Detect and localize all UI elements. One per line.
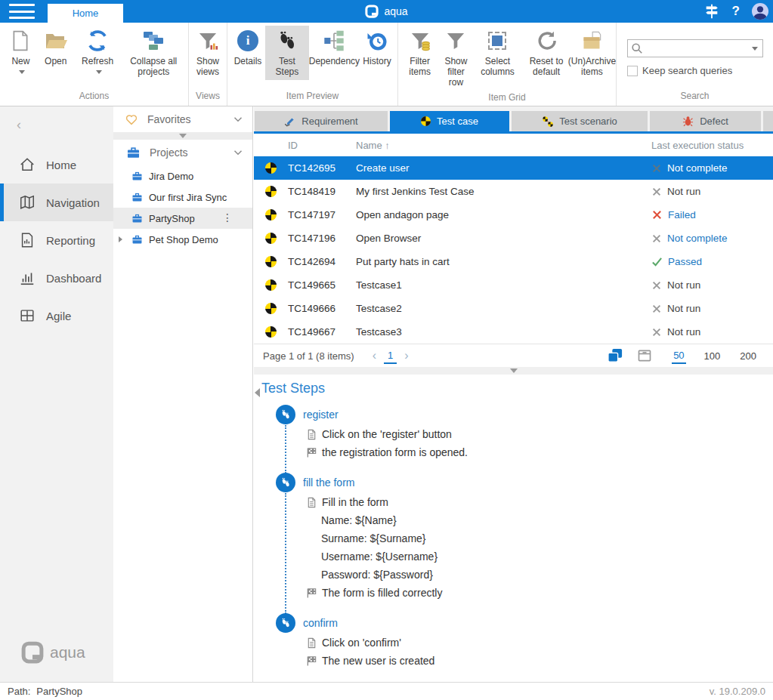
- row-status[interactable]: Not complete: [651, 233, 773, 244]
- select-columns-button[interactable]: Select columns: [474, 26, 522, 80]
- tab-defect[interactable]: Defect: [650, 111, 761, 131]
- kebab-menu-icon[interactable]: ⋮: [222, 211, 233, 224]
- not-run-icon: [651, 187, 662, 197]
- signpost-icon[interactable]: [703, 3, 720, 20]
- table-row[interactable]: TC147196 Open Browser Not complete: [254, 227, 773, 250]
- step-footprints-icon: [276, 473, 295, 492]
- tree-item-our-first-jira-sync[interactable]: Our first Jira Sync: [113, 187, 252, 208]
- collapse-all-projects-button[interactable]: Collapse all projects: [122, 26, 185, 80]
- unarchive-items-button[interactable]: (Un)Archive items: [571, 26, 613, 80]
- sidebar-item-navigation[interactable]: Navigation: [0, 183, 113, 221]
- column-header-status[interactable]: Last execution status: [651, 140, 773, 151]
- table-row[interactable]: TC148419 My first Jenkins Test Case Not …: [254, 180, 773, 203]
- expand-arrow-icon[interactable]: [119, 236, 122, 242]
- tab-overflow-sliver: [763, 111, 773, 131]
- tree-splitter-handle[interactable]: [113, 132, 252, 140]
- search-dropdown-caret[interactable]: [752, 47, 758, 51]
- archive-box-icon: [580, 29, 604, 53]
- projects-header[interactable]: Projects: [113, 140, 252, 165]
- archive-grid-icon[interactable]: [637, 348, 652, 363]
- step-parameter: Username: ${Username}: [261, 547, 773, 566]
- page-size-200[interactable]: 200: [738, 349, 758, 363]
- chevron-down-icon[interactable]: [231, 146, 245, 159]
- home-ribbon-tab[interactable]: Home: [48, 4, 123, 23]
- keep-search-queries-checkbox[interactable]: [627, 66, 638, 76]
- row-status[interactable]: Not run: [651, 279, 773, 291]
- history-button[interactable]: History: [360, 26, 394, 69]
- dependency-button[interactable]: Dependency: [309, 26, 360, 69]
- column-header-id[interactable]: ID: [288, 140, 356, 151]
- refresh-label: Refresh: [82, 56, 113, 66]
- page-size-100[interactable]: 100: [703, 349, 722, 363]
- search-input[interactable]: [646, 40, 744, 57]
- tab-test-case[interactable]: Test case: [390, 111, 509, 131]
- status-text: Not run: [667, 279, 700, 291]
- step-name[interactable]: confirm: [303, 617, 338, 629]
- page-number[interactable]: 1: [384, 348, 397, 364]
- sidebar-item-home[interactable]: Home: [0, 146, 113, 183]
- show-views-button[interactable]: Show views: [192, 26, 224, 80]
- table-row[interactable]: TC147197 Open andagon page Failed: [254, 203, 773, 227]
- hamburger-menu-icon[interactable]: [9, 4, 35, 19]
- favorites-header[interactable]: Favorites: [113, 106, 252, 132]
- row-name: Put party hats in cart: [356, 256, 651, 267]
- row-name: Open Browser: [356, 233, 651, 244]
- show-filter-row-button[interactable]: Show filter row: [438, 26, 473, 91]
- sidebar-item-dashboard[interactable]: Dashboard: [0, 259, 113, 297]
- panel-collapse-left-icon[interactable]: [255, 388, 260, 397]
- tree-item-pet-shop-demo[interactable]: Pet Shop Demo: [113, 229, 252, 250]
- column-name-text: Name: [356, 140, 382, 151]
- previous-page-icon[interactable]: ‹: [365, 349, 384, 362]
- page-size-50[interactable]: 50: [672, 348, 685, 364]
- panel-splitter-handle[interactable]: [254, 367, 773, 375]
- row-status[interactable]: Failed: [651, 209, 773, 220]
- filter-items-button[interactable]: Filter items: [401, 26, 438, 80]
- table-row[interactable]: TC149667 Testcase3 Not run: [254, 320, 773, 344]
- step-parameter-text: Username: ${Username}: [321, 550, 438, 563]
- test-steps-button[interactable]: Test Steps: [265, 26, 309, 80]
- row-status[interactable]: Not complete: [651, 162, 773, 174]
- row-status[interactable]: Passed: [651, 256, 773, 267]
- group-label-views: Views: [189, 89, 227, 106]
- open-button[interactable]: Open: [39, 26, 73, 69]
- copy-pages-icon[interactable]: [607, 348, 623, 363]
- table-row[interactable]: TC149666 Testcase2 Not run: [254, 297, 773, 320]
- details-button[interactable]: i Details: [230, 26, 265, 69]
- table-row[interactable]: TC142695 Create user Not complete: [254, 156, 773, 180]
- sidebar-item-reporting[interactable]: Reporting: [0, 221, 113, 259]
- column-header-name[interactable]: Name ↑: [356, 140, 651, 151]
- table-row[interactable]: TC142694 Put party hats in cart Passed: [254, 250, 773, 273]
- grid-header: ID Name ↑ Last execution status: [254, 134, 773, 156]
- tab-requirement[interactable]: Requirement: [255, 111, 388, 131]
- sidebar-collapse-icon[interactable]: ‹: [17, 117, 21, 133]
- sidebar-item-agile[interactable]: Agile: [0, 297, 113, 335]
- chevron-down-icon[interactable]: [231, 113, 245, 126]
- row-id: TC149667: [288, 326, 356, 338]
- reset-to-default-button[interactable]: Reset to default: [521, 26, 570, 80]
- details-label: Details: [234, 56, 262, 66]
- tree-item-jira-demo[interactable]: Jira Demo: [113, 165, 252, 187]
- next-page-icon[interactable]: ›: [397, 349, 416, 362]
- table-row[interactable]: TC149665 Testcase1 Not run: [254, 273, 773, 297]
- row-status[interactable]: Not run: [651, 303, 773, 314]
- heart-icon: [125, 113, 138, 126]
- row-name: Testcase3: [356, 326, 651, 338]
- avatar[interactable]: [752, 3, 768, 20]
- aqua-footer-logo: aqua: [21, 641, 85, 664]
- row-status[interactable]: Not run: [651, 326, 773, 338]
- step-action-text: Click on 'confirm': [322, 637, 401, 649]
- new-button[interactable]: New: [3, 26, 39, 80]
- step-name[interactable]: register: [303, 409, 339, 421]
- help-icon[interactable]: ?: [732, 4, 740, 19]
- step-name[interactable]: fill the form: [303, 476, 354, 489]
- row-status[interactable]: Not run: [651, 186, 773, 197]
- test-case-icon: [265, 162, 277, 174]
- tab-test-scenario[interactable]: Test scenario: [512, 111, 648, 131]
- version-label: v. 19.0.209.0: [710, 686, 765, 697]
- step-action-text: Fill in the form: [322, 496, 388, 508]
- passed-icon: [651, 256, 663, 267]
- tree-item-partyshop[interactable]: PartyShop ⋮: [113, 208, 252, 229]
- tab-test-scenario-label: Test scenario: [559, 116, 617, 127]
- refresh-button[interactable]: Refresh: [73, 26, 122, 80]
- aqua-logo-gray-icon: [21, 641, 44, 664]
